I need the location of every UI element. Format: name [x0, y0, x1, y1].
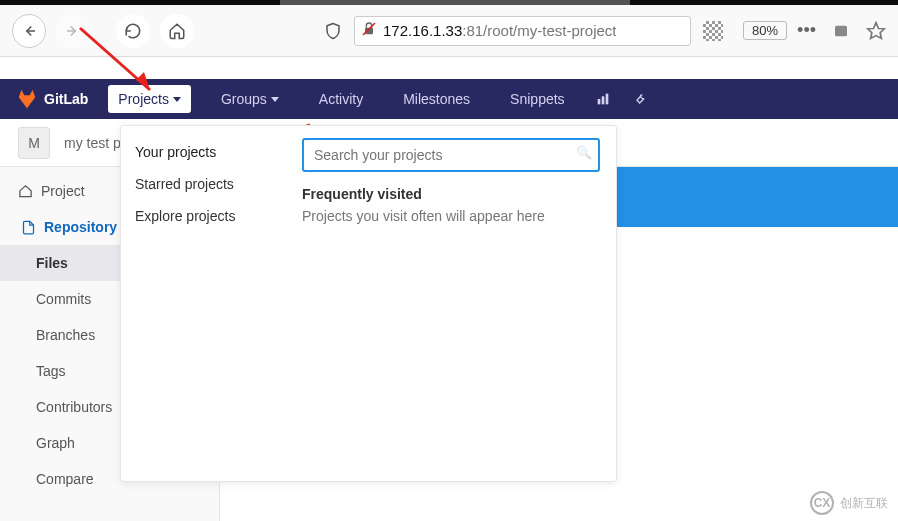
sidebar-item-label: Contributors: [36, 399, 112, 415]
reload-icon: [124, 22, 142, 40]
sidebar-item-label: Repository: [44, 219, 117, 235]
forward-button[interactable]: [56, 14, 90, 48]
sidebar-item-label: Branches: [36, 327, 95, 343]
watermark-logo-icon: CX: [810, 491, 834, 515]
nav-groups[interactable]: Groups: [211, 85, 289, 113]
chart-icon[interactable]: [595, 91, 611, 107]
watermark-text: 创新互联: [840, 495, 888, 512]
insecure-icon: [361, 21, 377, 41]
projects-dropdown: Your projects Starred projects Explore p…: [120, 125, 617, 482]
home-icon: [18, 184, 33, 199]
shield-icon: [324, 22, 342, 40]
dropdown-item-starred-projects[interactable]: Starred projects: [121, 168, 285, 200]
gitlab-logo-icon: [16, 88, 38, 110]
gitlab-brand[interactable]: GitLab: [16, 88, 88, 110]
frequently-visited-empty: Projects you visit often will appear her…: [302, 208, 600, 224]
svg-rect-4: [835, 25, 847, 36]
browser-toolbar: 172.16.1.33:81/root/my-test-project 80% …: [0, 5, 898, 57]
svg-rect-7: [601, 96, 604, 104]
nav-projects[interactable]: Projects: [108, 85, 191, 113]
svg-marker-5: [868, 22, 885, 38]
wrench-icon[interactable]: [631, 91, 647, 107]
projects-search-input[interactable]: [302, 138, 600, 172]
reload-button[interactable]: [116, 14, 150, 48]
sidebar-item-label: Project: [41, 183, 85, 199]
sidebar-item-label: Commits: [36, 291, 91, 307]
frequently-visited-heading: Frequently visited: [302, 186, 600, 202]
project-avatar[interactable]: M: [18, 127, 50, 159]
dropdown-item-your-projects[interactable]: Your projects: [121, 136, 285, 168]
sidebar-item-label: Compare: [36, 471, 94, 487]
svg-rect-6: [597, 99, 600, 104]
home-button[interactable]: [160, 14, 194, 48]
gitlab-topnav: GitLab Projects Groups Activity Mileston…: [0, 79, 898, 119]
nav-milestones[interactable]: Milestones: [393, 85, 480, 113]
dropdown-right-panel: Frequently visited Projects you visit of…: [286, 126, 616, 481]
dropdown-left-panel: Your projects Starred projects Explore p…: [121, 126, 286, 481]
arrow-left-icon: [20, 22, 38, 40]
qr-icon[interactable]: [703, 21, 723, 41]
zoom-badge[interactable]: 80%: [743, 21, 787, 40]
back-button[interactable]: [12, 14, 46, 48]
chevron-down-icon: [173, 97, 181, 102]
bookmark-star-icon[interactable]: [866, 21, 886, 41]
sidebar-item-label: Tags: [36, 363, 66, 379]
nav-projects-label: Projects: [118, 91, 169, 107]
chrome-content-gap: [0, 57, 898, 79]
doc-icon: [21, 220, 36, 235]
watermark: CX 创新互联: [810, 491, 888, 515]
nav-activity[interactable]: Activity: [309, 85, 373, 113]
brand-text: GitLab: [44, 91, 88, 107]
dropdown-item-explore-projects[interactable]: Explore projects: [121, 200, 285, 232]
nav-groups-label: Groups: [221, 91, 267, 107]
url-bar[interactable]: 172.16.1.33:81/root/my-test-project: [354, 16, 691, 46]
home-icon: [168, 22, 186, 40]
page-actions-icon[interactable]: •••: [797, 20, 816, 41]
svg-rect-8: [605, 94, 608, 105]
arrow-right-icon: [64, 22, 82, 40]
breadcrumb-project[interactable]: my test p: [64, 135, 121, 151]
sidebar-item-label: Files: [36, 255, 68, 271]
url-text: 172.16.1.33:81/root/my-test-project: [383, 22, 616, 39]
chevron-down-icon: [271, 97, 279, 102]
sidebar-item-label: Graph: [36, 435, 75, 451]
reader-icon[interactable]: [832, 22, 850, 40]
nav-snippets[interactable]: Snippets: [500, 85, 574, 113]
